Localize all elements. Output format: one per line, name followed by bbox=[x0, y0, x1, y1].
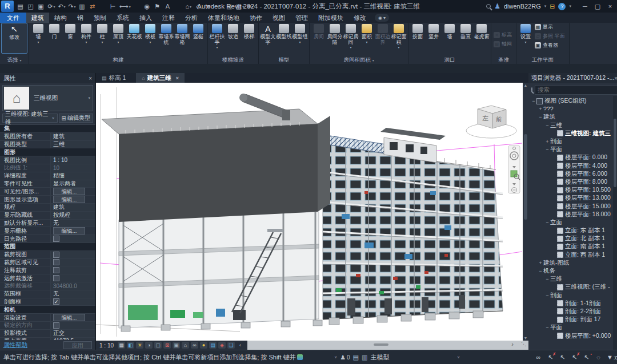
tree-toggle-icon[interactable]: − bbox=[544, 325, 550, 330]
tree-item[interactable]: + ??? bbox=[528, 105, 617, 113]
view-control-icon[interactable]: ● bbox=[200, 342, 207, 349]
ribbon-tool-button[interactable]: 楼梯 bbox=[241, 23, 257, 44]
tree-toggle-icon[interactable]: − bbox=[544, 220, 550, 225]
property-value[interactable]: 按规程 bbox=[50, 212, 95, 219]
property-row[interactable]: 日光路径 bbox=[0, 235, 95, 243]
property-row[interactable]: 范围 bbox=[0, 243, 95, 251]
ribbon-tool-button[interactable]: 标记房间 ▾ bbox=[343, 23, 359, 49]
ribbon-tab[interactable]: 修改 bbox=[348, 13, 371, 23]
canvas-horizontal-scrollbar[interactable]: › ⋱ bbox=[247, 341, 528, 350]
ribbon-tool-button[interactable]: ▣ 查看器 bbox=[534, 41, 568, 50]
tree-item[interactable]: 三维视图: 建筑三 bbox=[528, 130, 617, 137]
property-value[interactable]: 10 bbox=[50, 164, 95, 172]
design-option-list-icon[interactable]: ▥ bbox=[362, 354, 367, 361]
qat-button[interactable]: ↶ ▾ bbox=[57, 1, 66, 11]
tree-item[interactable]: − 立面 bbox=[528, 219, 617, 227]
close-icon[interactable]: × bbox=[89, 75, 92, 82]
qat-button[interactable] bbox=[133, 1, 142, 11]
property-row[interactable]: 渲染设置 编辑... bbox=[0, 314, 95, 322]
property-row[interactable]: 比例值 1: 10 bbox=[0, 164, 95, 172]
tree-item[interactable]: 剖面: 2-2剖面 bbox=[528, 308, 617, 316]
qat-button[interactable]: ◉ bbox=[143, 1, 152, 11]
property-value[interactable]: 1 : 10 bbox=[50, 156, 95, 164]
tree-item[interactable]: 剖面: 1-1剖面 bbox=[528, 300, 617, 308]
active-design-option[interactable]: 主模型 bbox=[370, 353, 389, 362]
tree-item[interactable]: 楼层平面: +0.000 bbox=[528, 331, 617, 339]
close-icon[interactable]: × bbox=[614, 75, 617, 82]
view-scale-button[interactable]: 1 : 10 bbox=[99, 342, 114, 349]
tree-toggle-icon[interactable]: + bbox=[544, 139, 550, 144]
ribbon-tool-button[interactable]: 竖井 bbox=[426, 23, 442, 44]
property-row[interactable]: 投影模式 正交 bbox=[0, 330, 95, 338]
view-control-icon[interactable]: ⌂ bbox=[182, 342, 189, 349]
media-recorder-button[interactable]: ◉ ▾ bbox=[375, 14, 389, 22]
qat-button[interactable]: ⌂ ▾ bbox=[184, 1, 193, 11]
file-tab[interactable]: 文件 bbox=[0, 13, 26, 23]
ribbon-tool-button[interactable]: 房间 bbox=[311, 23, 327, 44]
tree-item[interactable]: 楼层平面: 6.000 bbox=[528, 170, 617, 178]
status-toggle-icon[interactable]: ↖ bbox=[559, 354, 567, 361]
property-value[interactable] bbox=[50, 251, 95, 258]
view-control-icon[interactable]: ◑ bbox=[145, 342, 153, 349]
ribbon-tool-button[interactable]: 按面 bbox=[410, 23, 426, 44]
ribbon-tab[interactable]: 建筑 bbox=[26, 13, 49, 23]
ribbon-tool-button[interactable]: 模型组 ▾ bbox=[292, 23, 308, 44]
property-row[interactable]: 视图所有者 建筑 bbox=[0, 133, 95, 141]
navigation-bar[interactable] bbox=[508, 145, 520, 193]
ribbon-tool-button[interactable]: 面积边界 bbox=[375, 23, 391, 49]
ribbon-tab[interactable]: 附加模块 bbox=[313, 13, 348, 23]
ribbon-tool-button[interactable]: 天花板 bbox=[126, 23, 142, 44]
properties-help-link[interactable]: 属性帮助 bbox=[3, 341, 27, 349]
panel-label-select[interactable]: 选择▾ bbox=[1, 56, 27, 64]
revit-app-menu-button[interactable]: R bbox=[1, 1, 14, 12]
qat-button[interactable]: ⟳ ▾ bbox=[47, 1, 56, 11]
ribbon-tab[interactable]: 钢 bbox=[72, 13, 89, 23]
view-control-icon[interactable]: ▤ bbox=[209, 342, 217, 349]
property-value[interactable] bbox=[50, 274, 95, 282]
search-icon[interactable] bbox=[486, 4, 491, 9]
tree-toggle-icon[interactable]: + bbox=[538, 106, 543, 112]
tree-toggle-icon[interactable]: + bbox=[538, 260, 543, 266]
tree-item[interactable]: 楼层平面: 18.000 bbox=[528, 211, 617, 219]
qat-button[interactable]: ≡ ▾ bbox=[246, 1, 255, 11]
building-facade[interactable] bbox=[323, 144, 503, 319]
property-value[interactable]: 显示两者 bbox=[50, 180, 95, 188]
property-value[interactable] bbox=[50, 259, 95, 266]
property-row[interactable]: 注释裁剪 bbox=[0, 266, 95, 274]
tree-item[interactable]: 楼层平面: 8.000 bbox=[528, 178, 617, 186]
property-value[interactable]: 编辑... bbox=[50, 314, 95, 321]
tree-item[interactable]: 楼层平面: 13.000 bbox=[528, 194, 617, 202]
close-button[interactable]: × bbox=[604, 3, 616, 10]
property-row[interactable]: 可见性/图形... 编辑... bbox=[0, 188, 95, 196]
app-store-cart-icon[interactable]: ⊟ bbox=[550, 3, 555, 10]
type-selector[interactable]: ⌂ 三维视图 ▾ bbox=[2, 85, 93, 111]
view-control-icon[interactable]: ▢ bbox=[154, 342, 162, 349]
view-control-icon[interactable]: ❏ bbox=[227, 342, 235, 349]
ribbon-tab[interactable]: 视图 bbox=[267, 13, 290, 23]
ribbon-tab[interactable]: 分析 bbox=[180, 13, 203, 23]
status-toggle-icon[interactable]: ∞ bbox=[535, 354, 543, 361]
view-control-icon[interactable]: ◈ bbox=[218, 342, 226, 349]
chevron-down-icon[interactable]: ▾ bbox=[88, 96, 90, 100]
tree-toggle-icon[interactable]: − bbox=[531, 98, 536, 104]
tree-item[interactable]: − 视图 (SEC组织) bbox=[528, 97, 617, 105]
support-structure[interactable] bbox=[119, 212, 319, 328]
property-value[interactable]: 编辑... bbox=[50, 188, 95, 195]
property-value[interactable] bbox=[50, 266, 95, 274]
scroll-right-icon[interactable]: › bbox=[511, 341, 514, 347]
chevron-icon[interactable]: ∨ bbox=[334, 355, 337, 359]
property-value[interactable]: 编辑... bbox=[50, 196, 95, 203]
tree-item[interactable]: 楼层平面: 4.000 bbox=[528, 162, 617, 170]
hscroll-handle[interactable] bbox=[374, 343, 388, 346]
property-row[interactable]: 显示栅格 编辑... bbox=[0, 227, 95, 235]
editable-only-icon[interactable]: ♟ bbox=[340, 354, 346, 361]
scroll-up-icon[interactable]: ▲ bbox=[523, 83, 528, 87]
ribbon-tab[interactable]: 结构 bbox=[49, 13, 72, 23]
tree-item[interactable]: − 平面 bbox=[528, 145, 617, 153]
qat-button[interactable]: A bbox=[163, 1, 173, 11]
tree-item[interactable]: + 建筑-图纸 bbox=[528, 259, 617, 267]
status-toggle-icon[interactable]: ▼:0 bbox=[607, 354, 615, 361]
ribbon-tool-button[interactable]: A 模型文字 bbox=[260, 23, 276, 49]
ribbon-tab[interactable]: 协作 bbox=[245, 13, 267, 23]
ribbon-tool-button[interactable]: 标记面积 ▾ bbox=[391, 23, 407, 49]
